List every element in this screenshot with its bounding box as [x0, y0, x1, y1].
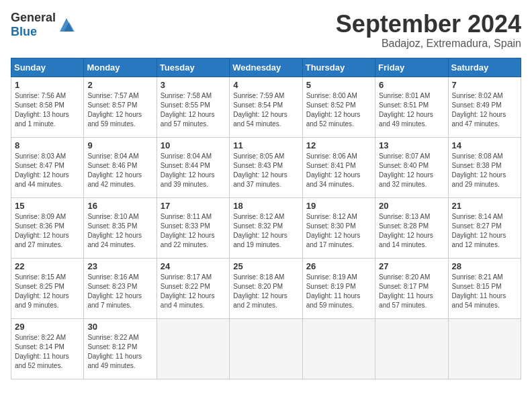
day-info-17: Sunrise: 8:11 AM Sunset: 8:33 PM Dayligh… — [161, 212, 226, 250]
day-info-25: Sunrise: 8:18 AM Sunset: 8:20 PM Dayligh… — [233, 273, 298, 310]
day-cell-5: 5Sunrise: 8:00 AM Sunset: 8:52 PM Daylig… — [302, 77, 375, 137]
logo-text: General Blue — [11, 11, 56, 39]
day-cell-8: 8Sunrise: 8:03 AM Sunset: 8:47 PM Daylig… — [11, 137, 84, 197]
day-cell-21: 21Sunrise: 8:14 AM Sunset: 8:27 PM Dayli… — [448, 197, 521, 258]
day-info-29: Sunrise: 8:22 AM Sunset: 8:14 PM Dayligh… — [15, 333, 80, 371]
day-cell-10: 10Sunrise: 8:04 AM Sunset: 8:44 PM Dayli… — [157, 137, 229, 197]
logo: General Blue — [11, 11, 76, 39]
day-info-28: Sunrise: 8:21 AM Sunset: 8:15 PM Dayligh… — [452, 273, 517, 310]
day-num-17: 17 — [161, 201, 226, 211]
day-info-7: Sunrise: 8:02 AM Sunset: 8:49 PM Dayligh… — [452, 91, 517, 129]
day-num-19: 19 — [306, 201, 371, 211]
day-num-12: 12 — [306, 140, 371, 150]
day-info-2: Sunrise: 7:57 AM Sunset: 8:57 PM Dayligh… — [87, 91, 152, 129]
day-cell-3: 3Sunrise: 7:58 AM Sunset: 8:55 PM Daylig… — [157, 77, 229, 137]
week-row-5: 29Sunrise: 8:22 AM Sunset: 8:14 PM Dayli… — [11, 318, 521, 379]
col-header-friday: Friday — [375, 58, 448, 77]
col-header-saturday: Saturday — [448, 58, 521, 77]
day-num-4: 4 — [233, 80, 298, 90]
day-num-3: 3 — [161, 80, 226, 90]
month-title: September 2024 — [336, 11, 521, 38]
day-info-18: Sunrise: 8:12 AM Sunset: 8:32 PM Dayligh… — [233, 212, 298, 250]
day-cell-9: 9Sunrise: 8:04 AM Sunset: 8:46 PM Daylig… — [84, 137, 157, 197]
day-num-6: 6 — [379, 80, 444, 90]
day-info-23: Sunrise: 8:16 AM Sunset: 8:23 PM Dayligh… — [87, 273, 152, 310]
page-header: General Blue September 2024 Badajoz, Ext… — [11, 11, 521, 50]
day-num-23: 23 — [87, 261, 152, 271]
day-cell-15: 15Sunrise: 8:09 AM Sunset: 8:36 PM Dayli… — [11, 197, 84, 258]
day-info-9: Sunrise: 8:04 AM Sunset: 8:46 PM Dayligh… — [87, 152, 152, 189]
day-cell-20: 20Sunrise: 8:13 AM Sunset: 8:28 PM Dayli… — [375, 197, 448, 258]
day-info-19: Sunrise: 8:12 AM Sunset: 8:30 PM Dayligh… — [306, 212, 371, 250]
day-cell-26: 26Sunrise: 8:19 AM Sunset: 8:19 PM Dayli… — [302, 258, 375, 318]
day-num-28: 28 — [452, 261, 517, 271]
day-cell-23: 23Sunrise: 8:16 AM Sunset: 8:23 PM Dayli… — [84, 258, 157, 318]
location: Badajoz, Extremadura, Spain — [336, 38, 521, 50]
day-num-9: 9 — [87, 140, 152, 150]
day-info-8: Sunrise: 8:03 AM Sunset: 8:47 PM Dayligh… — [15, 152, 80, 189]
day-info-4: Sunrise: 7:59 AM Sunset: 8:54 PM Dayligh… — [233, 91, 298, 129]
day-cell-28: 28Sunrise: 8:21 AM Sunset: 8:15 PM Dayli… — [448, 258, 521, 318]
day-cell-24: 24Sunrise: 8:17 AM Sunset: 8:22 PM Dayli… — [157, 258, 229, 318]
day-num-8: 8 — [15, 140, 80, 150]
day-info-16: Sunrise: 8:10 AM Sunset: 8:35 PM Dayligh… — [87, 212, 152, 250]
day-cell-27: 27Sunrise: 8:20 AM Sunset: 8:17 PM Dayli… — [375, 258, 448, 318]
day-cell-17: 17Sunrise: 8:11 AM Sunset: 8:33 PM Dayli… — [157, 197, 229, 258]
day-num-11: 11 — [233, 140, 298, 150]
day-info-3: Sunrise: 7:58 AM Sunset: 8:55 PM Dayligh… — [161, 91, 226, 129]
day-cell-13: 13Sunrise: 8:07 AM Sunset: 8:40 PM Dayli… — [375, 137, 448, 197]
day-num-16: 16 — [87, 201, 152, 211]
day-cell-2: 2Sunrise: 7:57 AM Sunset: 8:57 PM Daylig… — [84, 77, 157, 137]
day-info-22: Sunrise: 8:15 AM Sunset: 8:25 PM Dayligh… — [15, 273, 80, 310]
day-cell-19: 19Sunrise: 8:12 AM Sunset: 8:30 PM Dayli… — [302, 197, 375, 258]
logo-general: General — [11, 11, 56, 24]
day-num-1: 1 — [15, 80, 80, 90]
day-info-6: Sunrise: 8:01 AM Sunset: 8:51 PM Dayligh… — [379, 91, 444, 129]
day-info-10: Sunrise: 8:04 AM Sunset: 8:44 PM Dayligh… — [161, 152, 226, 189]
col-header-wednesday: Wednesday — [230, 58, 302, 77]
day-cell-12: 12Sunrise: 8:06 AM Sunset: 8:41 PM Dayli… — [302, 137, 375, 197]
col-header-sunday: Sunday — [11, 58, 84, 77]
day-cell-18: 18Sunrise: 8:12 AM Sunset: 8:32 PM Dayli… — [230, 197, 302, 258]
day-num-22: 22 — [15, 261, 80, 271]
week-row-1: 1Sunrise: 7:56 AM Sunset: 8:58 PM Daylig… — [11, 77, 521, 137]
day-num-25: 25 — [233, 261, 298, 271]
day-cell-1: 1Sunrise: 7:56 AM Sunset: 8:58 PM Daylig… — [11, 77, 84, 137]
day-info-13: Sunrise: 8:07 AM Sunset: 8:40 PM Dayligh… — [379, 152, 444, 189]
day-cell-7: 7Sunrise: 8:02 AM Sunset: 8:49 PM Daylig… — [448, 77, 521, 137]
day-num-13: 13 — [379, 140, 444, 150]
day-cell-empty-4-3 — [230, 318, 302, 379]
day-info-24: Sunrise: 8:17 AM Sunset: 8:22 PM Dayligh… — [161, 273, 226, 310]
day-num-14: 14 — [452, 140, 517, 150]
day-cell-22: 22Sunrise: 8:15 AM Sunset: 8:25 PM Dayli… — [11, 258, 84, 318]
day-cell-empty-4-5 — [375, 318, 448, 379]
day-cell-14: 14Sunrise: 8:08 AM Sunset: 8:38 PM Dayli… — [448, 137, 521, 197]
day-info-14: Sunrise: 8:08 AM Sunset: 8:38 PM Dayligh… — [452, 152, 517, 189]
logo-icon — [57, 15, 76, 34]
title-block: September 2024 Badajoz, Extremadura, Spa… — [336, 11, 521, 50]
day-num-15: 15 — [15, 201, 80, 211]
day-cell-25: 25Sunrise: 8:18 AM Sunset: 8:20 PM Dayli… — [230, 258, 302, 318]
day-num-20: 20 — [379, 201, 444, 211]
week-row-3: 15Sunrise: 8:09 AM Sunset: 8:36 PM Dayli… — [11, 197, 521, 258]
day-cell-empty-4-6 — [448, 318, 521, 379]
day-num-18: 18 — [233, 201, 298, 211]
day-num-30: 30 — [87, 322, 152, 332]
col-header-monday: Monday — [84, 58, 157, 77]
day-info-30: Sunrise: 8:22 AM Sunset: 8:12 PM Dayligh… — [87, 333, 152, 371]
week-row-4: 22Sunrise: 8:15 AM Sunset: 8:25 PM Dayli… — [11, 258, 521, 318]
day-cell-30: 30Sunrise: 8:22 AM Sunset: 8:12 PM Dayli… — [84, 318, 157, 379]
day-num-7: 7 — [452, 80, 517, 90]
day-info-15: Sunrise: 8:09 AM Sunset: 8:36 PM Dayligh… — [15, 212, 80, 250]
day-cell-empty-4-4 — [302, 318, 375, 379]
day-info-1: Sunrise: 7:56 AM Sunset: 8:58 PM Dayligh… — [15, 91, 80, 129]
day-cell-4: 4Sunrise: 7:59 AM Sunset: 8:54 PM Daylig… — [230, 77, 302, 137]
day-num-2: 2 — [87, 80, 152, 90]
col-header-thursday: Thursday — [302, 58, 375, 77]
day-cell-empty-4-2 — [157, 318, 229, 379]
day-num-21: 21 — [452, 201, 517, 211]
day-cell-29: 29Sunrise: 8:22 AM Sunset: 8:14 PM Dayli… — [11, 318, 84, 379]
day-cell-11: 11Sunrise: 8:05 AM Sunset: 8:43 PM Dayli… — [230, 137, 302, 197]
day-num-26: 26 — [306, 261, 371, 271]
day-num-5: 5 — [306, 80, 371, 90]
